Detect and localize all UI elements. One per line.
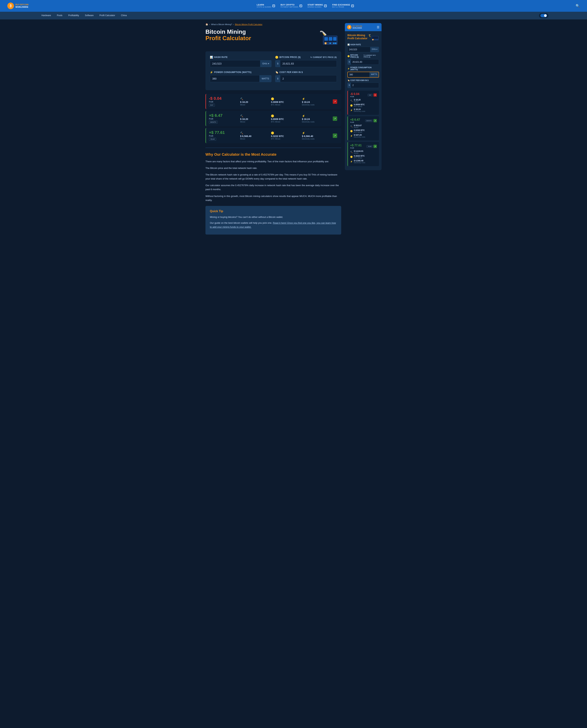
mined-icon: ⛏️ [240, 115, 269, 117]
day-btc-stat: 🟡 0.0009 BTC BTC Mined [271, 97, 300, 106]
sidebar-power-icon: ⚡ [347, 68, 350, 70]
sidebar-logo[interactable]: ₿ BUY BITCOIN WORLDWIDE [347, 25, 362, 29]
sidebar-day-close[interactable]: ✕ [374, 93, 377, 97]
sidebar-year-profit-label: Profit [350, 147, 362, 149]
sidebar-day-electricity: ⚡ $ 18.24 Electricity costs [350, 108, 377, 112]
sidebar-hashrate-input[interactable] [348, 47, 370, 52]
section-divider [206, 148, 341, 148]
page-title: Bitcoin Mining Profit Calculator [206, 29, 251, 42]
electricity-icon: ⚡ [302, 97, 331, 100]
sidebar-month-arrow[interactable]: ↗ [374, 119, 377, 122]
theme-toggle[interactable] [539, 13, 548, 18]
current-btc-label: ↻ Current BTC price ($) [310, 56, 337, 58]
price-prefix: $ [275, 60, 280, 67]
quick-tip-para-2: Our guide on the best bitcoin wallets wi… [210, 221, 337, 229]
subnav-profitability[interactable]: Profitability [65, 12, 82, 20]
month-mined-stat: ⛏️ $ 18.20 Mined [240, 115, 269, 123]
bitcoin-price-input[interactable] [280, 60, 336, 67]
sidebar-title: Bitcoin Mining Profit Calculator [347, 34, 368, 40]
subnav-software[interactable]: Software [82, 12, 96, 20]
day-electricity-stat: ⚡ $ 18.24 Electricity costs [302, 97, 331, 106]
sidebar-month-mined: ⛏️ $ 553.67 Mined [350, 124, 377, 128]
hash-rate-input[interactable] [210, 60, 260, 67]
mined-icon: ⛏️ [240, 131, 269, 135]
svg-rect-5 [333, 37, 336, 41]
chevron-down-icon: ▾ [273, 5, 275, 7]
subnav-profit-calculator[interactable]: Profit Calculator [96, 12, 118, 20]
month-profit-value: +$ 6.47 [209, 114, 238, 118]
subnav-pools[interactable]: Pools [54, 12, 65, 20]
hash-rate-unit-selector[interactable]: GH/s ▾ [260, 60, 271, 67]
cost-input-group: $ [275, 75, 337, 82]
year-arrow[interactable]: ↗ [333, 134, 337, 138]
sidebar-btc-price-input[interactable] [351, 59, 379, 65]
sidebar-body: Bitcoin Mining Profit Calculator ₿ [345, 31, 381, 170]
electricity-icon: ⚡ [302, 131, 331, 135]
sidebar-result-month: +$ 6.47 Profit MONTH ↗ ⛏️ $ 553.67 [347, 116, 379, 141]
day-arrow[interactable]: ↗ [333, 99, 337, 104]
day-profit-value: -$ 0.04 [209, 96, 238, 100]
sidebar-result-year: +$ 77.61 Profit YEAR ↗ ⛏️ $ 6,644.01 [347, 142, 379, 166]
results-container: -$ 0.04 Profit DAY ⛏️ $ 18.20 Mined 🟡 0.… [206, 94, 341, 143]
sidebar: ₿ BUY BITCOIN WORLDWIDE ☰ Bitcoin Mining [345, 23, 381, 170]
sidebar-current-btc: ↻ Current BTC price ($) [363, 54, 379, 58]
month-arrow[interactable]: ↗ [333, 117, 337, 121]
month-period-badge: MONTH [209, 121, 217, 124]
chevron-down-icon: ▾ [351, 5, 354, 7]
cost-icon: 🏷️ [275, 71, 279, 74]
sidebar-year-profit: +$ 77.61 [350, 144, 362, 147]
sidebar-month-electricity: ⚡ $ 547.20 Electricity costs [350, 134, 377, 138]
sidebar-year-arrow[interactable]: ↗ [374, 145, 377, 148]
bitcoin-price-input-group: $ [275, 60, 337, 67]
nav-start-mining[interactable]: START MINING Mining guides ▾ [308, 4, 327, 8]
cost-field: 🏷️ Cost per KWh in $ $ [275, 71, 337, 82]
month-btc-stat: 🟡 0.0009 BTC BTC Mined [271, 115, 300, 123]
breadcrumb-mining[interactable]: What is Bitcoin Mining? [211, 23, 232, 25]
btc-icon: 🟡 [271, 97, 300, 100]
sidebar-month-profit: +$ 6.47 [350, 118, 360, 121]
site-logo[interactable]: ₿ BUY BITCOIN WORLDWIDE [7, 3, 37, 9]
sidebar-btc-price-label: 🟡 Bitcoin Price ($) ↻ Current BTC price … [347, 54, 379, 58]
sidebar-btc-mined-icon: 🟡 [350, 104, 353, 107]
sidebar-month-badge: MONTH [365, 120, 373, 122]
nav-learn[interactable]: LEARN Stats & guides ▾ [257, 4, 275, 8]
svg-point-8 [329, 43, 331, 44]
sidebar-power-input-group: WATTS [347, 72, 379, 78]
power-input[interactable] [210, 75, 259, 82]
sidebar-power-input[interactable] [348, 72, 370, 77]
logo-text: BUY BITCOIN WORLDWIDE [16, 3, 28, 8]
svg-rect-4 [329, 37, 332, 41]
chevron-down-icon: ▾ [300, 5, 302, 7]
subnav-hardware[interactable]: Hardware [39, 12, 54, 20]
mined-icon: ⛏️ [240, 97, 269, 100]
sidebar-menu-icon[interactable]: ☰ [377, 25, 379, 29]
home-icon[interactable]: 🏠 [206, 23, 208, 26]
sidebar-logo-text: BUY BITCOIN WORLDWIDE [353, 25, 362, 29]
search-button[interactable]: 🔍 [576, 4, 580, 8]
content-para-5: Without factoring in this growth, most B… [206, 194, 341, 202]
year-profit-label: Profit [209, 135, 238, 137]
sidebar-power-label: ⚡ Power consumption (watts) [347, 67, 379, 71]
sidebar-mined-icon: ⛏️ [350, 100, 353, 102]
sidebar-day-btc: 🟡 0.0009 BTC BTC Mined [350, 103, 377, 107]
content-section: Why Our Calculator is the Most Accurate … [206, 152, 341, 235]
sidebar-day-profit: -$ 0.04 [350, 92, 359, 96]
nav-buy-crypto[interactable]: BUY CRYPTO Payment methods ▾ [280, 4, 302, 8]
subnav-china[interactable]: China [118, 12, 130, 20]
breadcrumb-calculator[interactable]: Bitcoin Mining Profit Calculator [235, 23, 262, 25]
logo-icon: ₿ [7, 3, 14, 9]
power-icon: ⚡ [210, 71, 213, 74]
page-header: Bitcoin Mining Profit Calculator [206, 29, 341, 47]
sidebar-btc-icon: 🟡 [350, 130, 353, 132]
day-profit-area: -$ 0.04 Profit DAY [209, 96, 238, 106]
sidebar-year-mined: ⛏️ $ 6,644.01 Mined [350, 150, 377, 154]
sidebar-month-profit-label: Profit [350, 121, 360, 123]
nav-find-exchange[interactable]: FIND EXCHANGE Buy & trade ▾ [332, 4, 354, 8]
sidebar-hashrate-unit[interactable]: GH/s ▾ [370, 47, 379, 52]
sidebar-logo-icon: ₿ [347, 25, 351, 29]
power-field: ⚡ Power consumption (watts) WATTS [210, 71, 272, 82]
cost-input[interactable] [280, 75, 336, 82]
year-profit-value: +$ 77.61 [209, 130, 238, 135]
result-row-year: +$ 77.61 Profit YEAR ⛏️ $ 6,566.40 Mined… [206, 128, 341, 143]
sidebar-cost-input[interactable] [351, 83, 379, 88]
